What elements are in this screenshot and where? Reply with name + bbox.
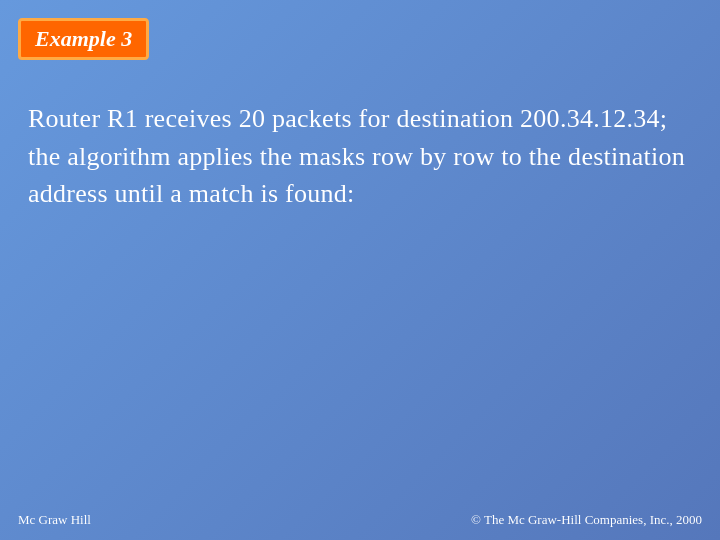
example-badge: Example 3 (18, 18, 149, 60)
slide-container: Example 3 Router R1 receives 20 packets … (0, 0, 720, 540)
example-badge-text: Example 3 (35, 26, 132, 51)
footer-left: Mc Graw Hill (18, 512, 91, 528)
footer-right: © The Mc Graw-Hill Companies, Inc., 2000 (471, 512, 702, 528)
main-content: Router R1 receives 20 packets for destin… (28, 100, 692, 213)
main-paragraph: Router R1 receives 20 packets for destin… (28, 100, 692, 213)
